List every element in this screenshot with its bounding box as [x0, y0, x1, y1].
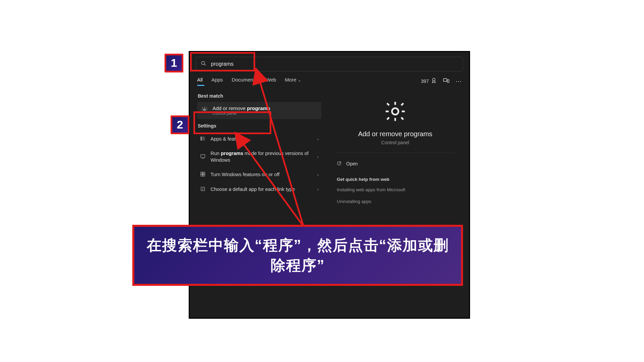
annotation-badge-2: 2 — [171, 115, 189, 134]
search-filter-tabs: All Apps Documents Web More⌄ 397 ⋯ — [190, 75, 469, 87]
default-icon — [200, 186, 206, 193]
settings-item-windows-features[interactable]: Turn Windows features on or off › — [197, 167, 321, 182]
rewards-counter[interactable]: 397 — [421, 77, 437, 85]
result-label: Apps & features — [211, 136, 313, 143]
features-icon — [200, 136, 206, 142]
features2-icon — [200, 171, 206, 178]
svg-rect-7 — [201, 138, 202, 139]
svg-rect-8 — [201, 139, 202, 140]
annotation-badge-1: 1 — [165, 54, 183, 72]
svg-rect-12 — [201, 155, 205, 158]
more-icon[interactable]: ⋯ — [456, 77, 462, 85]
chevron-right-icon: › — [317, 187, 319, 192]
annotation-caption: 在搜索栏中输入“程序”，然后点击“添加或删除程序” — [132, 225, 463, 286]
svg-rect-15 — [203, 172, 205, 174]
detail-subtitle: Control panel — [381, 140, 409, 145]
svg-point-5 — [204, 109, 205, 110]
quick-help-link[interactable]: Uninstalling apps — [327, 196, 463, 207]
quick-help-title: Get quick help from web — [327, 175, 463, 184]
svg-rect-17 — [203, 174, 205, 176]
best-match-subtitle: Control panel — [213, 111, 270, 116]
tab-all[interactable]: All — [197, 77, 203, 86]
settings-item-default-app-link[interactable]: Choose a default app for each link type … — [197, 182, 321, 197]
svg-line-1 — [204, 64, 205, 65]
gear-icon — [201, 106, 208, 115]
tab-web[interactable]: Web — [266, 77, 276, 86]
settings-item-run-programs-compat[interactable]: Run programs made for previous versions … — [197, 146, 321, 167]
run-icon — [200, 154, 206, 160]
best-match-item[interactable]: Add or remove programs Control panel — [197, 102, 321, 119]
svg-point-21 — [392, 108, 398, 114]
svg-rect-3 — [444, 79, 447, 81]
rewards-points: 397 — [421, 79, 429, 84]
svg-rect-4 — [447, 80, 449, 82]
detail-title: Add or remove programs — [358, 130, 432, 138]
best-match-title: Add or remove programs — [213, 105, 270, 111]
result-label: Choose a default app for each link type — [211, 186, 313, 193]
chevron-down-icon: ⌄ — [298, 78, 301, 83]
tab-apps[interactable]: Apps — [212, 77, 223, 86]
chevron-right-icon: › — [317, 172, 319, 177]
settings-item-apps-features[interactable]: Apps & features › — [197, 132, 321, 147]
svg-rect-6 — [201, 137, 202, 138]
section-settings: Settings — [198, 123, 321, 128]
svg-rect-16 — [201, 174, 202, 176]
search-input[interactable] — [211, 61, 458, 67]
open-action[interactable]: Open — [335, 158, 455, 170]
svg-point-0 — [201, 61, 204, 64]
open-label: Open — [346, 161, 358, 166]
section-best-match: Best match — [198, 93, 321, 99]
search-bar[interactable] — [196, 57, 463, 71]
result-label: Turn Windows features on or off — [211, 171, 313, 178]
chevron-right-icon: › — [317, 137, 319, 142]
result-label: Run programs made for previous versions … — [211, 150, 313, 163]
quick-help-link[interactable]: Installing web apps from Microsoft — [327, 184, 463, 196]
svg-point-2 — [432, 78, 435, 81]
open-icon — [337, 161, 341, 167]
svg-rect-14 — [201, 172, 202, 174]
tab-more[interactable]: More⌄ — [285, 77, 301, 86]
search-icon — [201, 61, 206, 67]
linked-devices-icon[interactable] — [443, 77, 450, 86]
rewards-icon — [431, 77, 437, 85]
gear-icon — [383, 99, 407, 125]
chevron-right-icon: › — [317, 154, 319, 159]
tab-documents[interactable]: Documents — [232, 77, 257, 86]
